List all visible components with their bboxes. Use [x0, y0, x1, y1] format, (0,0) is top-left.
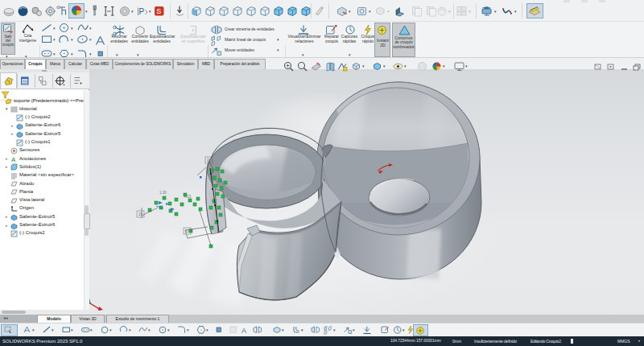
svg-text:A: A — [242, 327, 246, 335]
svg-text:S: S — [156, 7, 161, 15]
svg-text:20: 20 — [138, 212, 143, 216]
svg-text:20: 20 — [207, 159, 212, 163]
svg-text:R13: R13 — [184, 195, 192, 199]
svg-text:P: P — [139, 7, 145, 16]
svg-text:1.30: 1.30 — [159, 191, 167, 195]
svg-text:A: A — [11, 156, 16, 163]
svg-text:10: 10 — [185, 229, 190, 233]
